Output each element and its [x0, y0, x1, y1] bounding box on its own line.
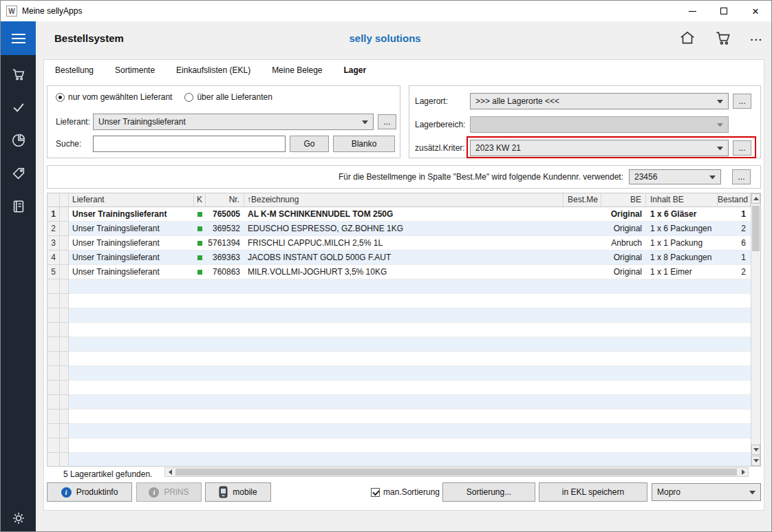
cell-be	[601, 323, 646, 337]
cell-be	[601, 337, 646, 352]
kriter-more-button[interactable]: ...	[733, 140, 751, 156]
brand-title: selly solutions	[350, 32, 421, 44]
scroll-jump-button[interactable]	[751, 456, 760, 466]
nav-tag-icon[interactable]	[1, 163, 36, 184]
search-input[interactable]	[93, 136, 286, 152]
cell-inhalt-be	[646, 453, 718, 467]
tab-meine-belege[interactable]: Meine Belege	[272, 65, 322, 75]
table-row[interactable]: 5Unser Trainingslieferant760863MILR.VOLL…	[47, 265, 751, 279]
cell-bestand	[718, 381, 751, 395]
vertical-scrollbar[interactable]	[751, 193, 760, 466]
cell-nr	[206, 438, 244, 453]
cell-k	[194, 251, 206, 265]
header-bestand[interactable]: Bestand	[718, 193, 751, 206]
header-k[interactable]: K	[194, 193, 206, 206]
scroll-up-button[interactable]	[751, 193, 760, 204]
scroll-left-button[interactable]	[165, 468, 175, 476]
cell-inhalt-be	[646, 438, 718, 453]
header-bestme[interactable]: Best.Me	[564, 193, 601, 206]
maximize-button[interactable]	[708, 1, 740, 21]
prins-label: PRiNS	[164, 487, 189, 497]
sortierung-button[interactable]: Sortierung...	[442, 482, 535, 502]
cell-be	[601, 438, 646, 453]
nav-pie-chart-icon[interactable]	[1, 130, 36, 151]
cell-bestme	[564, 308, 601, 323]
mopro-select[interactable]: Mopro	[652, 483, 761, 501]
minimize-button[interactable]	[676, 1, 708, 21]
titlebar: W Meine sellyApps ×	[1, 1, 771, 21]
cell-bezeichnung: FRISCHLI CAPPUC.MILCH 2,5% 1L	[244, 236, 564, 251]
chevron-down-icon	[717, 147, 723, 150]
cell-bestme	[564, 395, 601, 409]
kriter-select[interactable]: 2023 KW 21	[470, 140, 729, 156]
table-row[interactable]: 1Unser Trainingslieferant765005AL K-M SC…	[47, 207, 751, 222]
radio-alle-lieferanten[interactable]: über alle Lieferanten	[184, 92, 272, 102]
table-row-empty	[47, 409, 751, 424]
arrow-down-icon	[753, 459, 759, 462]
mobile-button[interactable]: mobile	[205, 482, 271, 502]
table-row[interactable]: 3Unser Trainingslieferant5761394FRISCHLI…	[47, 236, 751, 251]
close-button[interactable]: ×	[740, 1, 771, 21]
tab-lager[interactable]: Lager	[344, 65, 367, 75]
lager-groupbox: Lagerort: >>> alle Lagerorte <<< ... Lag…	[409, 85, 761, 158]
table-row[interactable]: 4Unser Trainingslieferant369363JACOBS IN…	[47, 251, 751, 265]
tab-bestellung[interactable]: Bestellung	[55, 65, 94, 75]
row-number	[47, 366, 60, 381]
header-lieferant[interactable]: Lieferant	[69, 193, 194, 206]
row-number	[47, 337, 60, 352]
cart-icon[interactable]	[714, 29, 732, 49]
produktinfo-label: Produktinfo	[76, 487, 118, 497]
nav-cart-icon[interactable]	[1, 64, 36, 85]
status-dot-green-icon	[197, 255, 202, 260]
in-ekl-speichern-button[interactable]: in EKL speichern	[539, 482, 647, 502]
header-be[interactable]: BE	[601, 193, 646, 206]
settings-gear-icon[interactable]	[1, 511, 36, 525]
home-icon[interactable]	[678, 29, 696, 49]
kundennr-select[interactable]: 23456	[629, 169, 721, 184]
row-indicator	[60, 251, 69, 265]
cell-k	[194, 366, 206, 381]
lieferant-select[interactable]: Unser Trainingslieferant	[93, 114, 374, 130]
scroll-right-button[interactable]	[738, 468, 748, 476]
lieferant-more-button[interactable]: ...	[378, 114, 396, 129]
radio-nur-vom-lieferant[interactable]: nur vom gewählten Lieferant	[56, 92, 172, 102]
row-indicator	[60, 294, 69, 308]
cell-nr	[206, 294, 244, 308]
produktinfo-button[interactable]: i Produktinfo	[47, 482, 132, 502]
blanko-button[interactable]: Blanko	[333, 136, 395, 152]
row-number	[47, 323, 60, 337]
tab-sortimente[interactable]: Sortimente	[115, 65, 155, 75]
lagerort-more-button[interactable]: ...	[733, 94, 751, 109]
kundennr-more-button[interactable]: ...	[732, 169, 751, 184]
main-area: Bestellsystem selly solutions ... Bestel…	[36, 21, 772, 532]
header-nr[interactable]: Nr.	[206, 193, 244, 206]
vertical-scroll-thumb[interactable]	[752, 206, 760, 251]
cell-k	[194, 207, 206, 222]
tab-einkaufslisten[interactable]: Einkaufslisten (EKL)	[176, 65, 250, 75]
cell-be: Original	[601, 222, 646, 236]
menu-toggle-button[interactable]	[1, 21, 36, 55]
scroll-down-button[interactable]	[751, 445, 760, 455]
status-dot-green-icon	[197, 226, 202, 231]
cell-k	[194, 265, 206, 279]
table-row-empty	[47, 453, 751, 467]
nav-book-icon[interactable]	[1, 196, 36, 217]
cell-bestme	[564, 279, 601, 294]
cell-lieferant: Unser Trainingslieferant	[69, 207, 194, 222]
nav-check-icon[interactable]	[1, 97, 36, 118]
more-menu-button[interactable]: ...	[750, 31, 763, 47]
cell-nr: 765005	[206, 207, 244, 222]
man-sortierung-checkbox[interactable]: man.Sortierung	[371, 482, 440, 502]
radio-label: nur vom gewählten Lieferant	[68, 92, 172, 102]
search-go-button[interactable]: Go	[290, 136, 329, 152]
horizontal-scroll-thumb[interactable]	[175, 469, 737, 476]
cell-k	[194, 236, 206, 251]
page-title: Bestellsystem	[54, 32, 124, 44]
lagerort-select[interactable]: >>> alle Lagerorte <<<	[470, 93, 729, 109]
header-bezeichnung[interactable]: ↑Bezeichnung	[244, 193, 564, 206]
header-inhalt-be[interactable]: Inhalt BE	[646, 193, 718, 206]
horizontal-scrollbar[interactable]	[164, 467, 749, 477]
mobile-label: mobile	[233, 487, 257, 497]
table-row[interactable]: 2Unser Trainingslieferant369532EDUSCHO E…	[47, 222, 751, 236]
cell-lieferant	[69, 424, 194, 438]
